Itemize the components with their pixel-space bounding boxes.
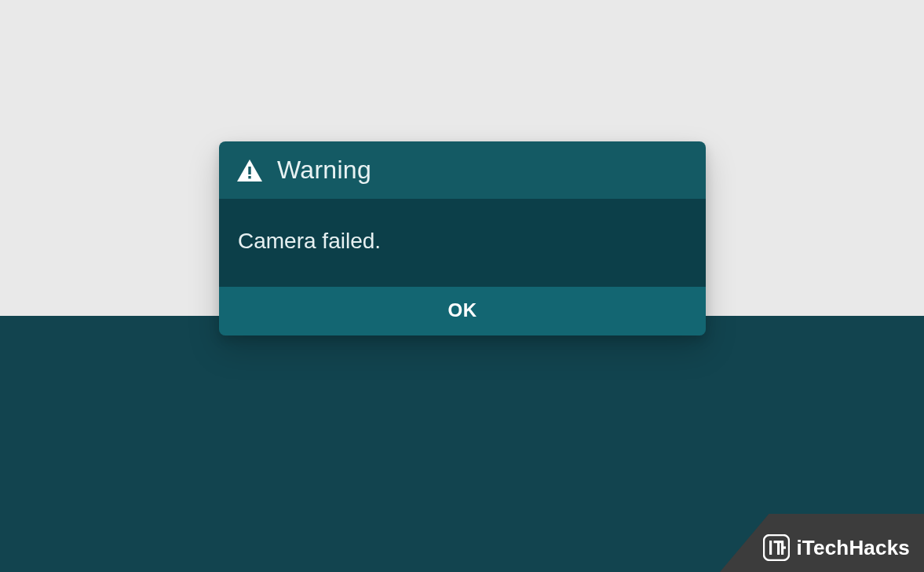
dialog-message: Camera failed.	[238, 229, 687, 254]
ok-button-label: OK	[448, 299, 477, 321]
ok-button[interactable]: OK	[219, 287, 706, 336]
warning-dialog: Warning Camera failed. OK	[219, 141, 706, 336]
svg-rect-0	[248, 167, 250, 174]
svg-rect-3	[769, 541, 772, 555]
dialog-title: Warning	[277, 156, 371, 185]
svg-rect-1	[248, 176, 250, 178]
dialog-body: Camera failed.	[219, 199, 706, 287]
brand-logo-icon	[763, 534, 790, 561]
svg-rect-7	[781, 546, 786, 548]
svg-rect-5	[777, 541, 780, 555]
dialog-header: Warning	[219, 141, 706, 199]
brand-name: iTechHacks	[796, 536, 910, 560]
watermark-content: iTechHacks	[763, 534, 910, 561]
stage: Warning Camera failed. OK iTechHacks	[0, 0, 924, 572]
watermark: iTechHacks	[720, 514, 924, 572]
warning-icon	[236, 159, 263, 182]
